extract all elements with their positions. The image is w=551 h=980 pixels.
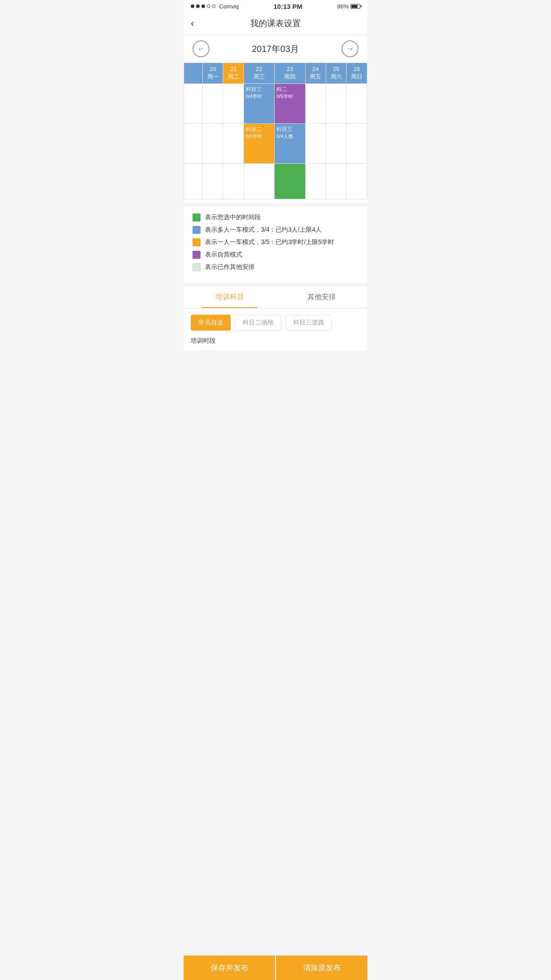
header-day-wed: 周三 [245,73,273,81]
filter-row: 学员自选 科目二场地 科目三道路 [184,308,367,337]
legend-item-orange: 表示一人一车模式，3/5：已约3学时/上限5学时 [193,238,358,246]
battery-percent: 86% [337,3,349,10]
header-empty [184,63,203,84]
morning-mon[interactable] [203,83,223,123]
afternoon-label: 下午 [184,123,203,163]
morning-label: 上午 [184,83,203,123]
legend-text-blue: 表示多人一车模式，3/4：已约3人/上限4人 [205,226,322,234]
morning-wed[interactable]: 科目三 0/4学时 [244,83,274,123]
header-day-thu: 周四 [276,73,304,81]
afternoon-row: 下午 科目二 0/5学时 科目三 0/4人数 [184,123,367,163]
page-title: 我的课表设置 [250,18,301,29]
header-date-24: 24 [307,66,325,73]
header-mon: 20 周一 [203,63,223,84]
afternoon-sat[interactable] [326,123,346,163]
carrier-label: Comviq [219,3,239,10]
evening-fri[interactable] [305,163,326,199]
evening-sat[interactable] [326,163,346,199]
header-date-22: 22 [245,66,273,73]
signal-dot-3 [201,4,205,8]
morning-wed-info: 0/4学时 [246,93,272,100]
header-date-21: 21 [224,66,242,73]
evening-thu[interactable] [275,163,305,199]
header-date-23: 23 [276,66,304,73]
afternoon-wed[interactable]: 科目二 0/5学时 [244,123,274,163]
evening-tue[interactable] [223,163,244,199]
legend-item-purple: 表示自营模式 [193,251,358,259]
header-date-20: 20 [204,66,222,73]
signal-indicator: Comviq [191,3,239,10]
next-month-button[interactable]: → [342,40,358,57]
morning-thu-subj: 科二 [276,86,303,93]
time-label: 10:13 PM [274,3,303,10]
status-bar: Comviq 10:13 PM 86% [184,0,367,12]
afternoon-tue[interactable] [223,123,244,163]
morning-thu-info: 0/5学时 [276,93,303,100]
signal-dot-4 [207,4,210,8]
calendar-section: ← 2017年03月 → 20 周一 21 周二 22 周三 23 周四 [184,35,367,203]
morning-sun[interactable] [346,83,367,123]
morning-tue[interactable] [223,83,244,123]
header-thu: 23 周四 [275,63,305,84]
evening-wed[interactable] [244,163,274,199]
morning-thu[interactable]: 科二 0/5学时 [275,83,305,123]
afternoon-fri[interactable] [305,123,326,163]
bottom-spacer [184,354,367,380]
afternoon-wed-info: 0/5学时 [246,133,272,140]
header-sat: 25 周六 [326,63,346,84]
evening-label: 晚 [184,163,203,199]
signal-dot-5 [212,4,216,8]
filter-subject3-road[interactable]: 科目三道路 [286,315,332,331]
filter-subject2-venue[interactable]: 科目二场地 [235,315,281,331]
afternoon-thu[interactable]: 科目三 0/4人数 [275,123,305,163]
signal-dot-1 [191,4,194,8]
morning-thu-content: 科二 0/5学时 [276,86,303,100]
legend-color-light [193,263,201,271]
tab-training[interactable]: 培训科目 [184,286,276,308]
legend-text-orange: 表示一人一车模式，3/5：已约3学时/上限5学时 [205,238,334,246]
legend-color-purple [193,251,201,259]
afternoon-wed-content: 科目二 0/5学时 [246,126,272,140]
morning-wed-subj: 科目三 [246,86,272,93]
afternoon-mon[interactable] [203,123,223,163]
battery-area: 86% [337,3,360,10]
legend-color-orange [193,238,201,246]
evening-row: 晚 [184,163,367,199]
morning-fri[interactable] [305,83,326,123]
back-button[interactable]: ‹ [191,18,194,29]
evening-sun[interactable] [346,163,367,199]
afternoon-sun[interactable] [346,123,367,163]
legend-text-green: 表示您选中的时间段 [205,213,261,221]
header-day-tue: 周二 [224,73,242,81]
signal-dot-2 [196,4,200,8]
legend-item-blue: 表示多人一车模式，3/4：已约3人/上限4人 [193,226,358,234]
afternoon-thu-subj: 科目三 [276,126,303,133]
afternoon-thu-info: 0/4人数 [276,133,303,140]
header-day-sun: 周日 [347,73,366,81]
section-label: 培训时段 [184,337,367,350]
morning-row: 上午 科目三 0/4学时 科二 0/5学时 [184,83,367,123]
header-day-mon: 周一 [204,73,222,81]
header-date-26: 26 [347,66,366,73]
header-day-sat: 周六 [327,73,345,81]
prev-month-button[interactable]: ← [193,40,209,57]
header-wed: 22 周三 [244,63,274,84]
legend-color-green [193,213,201,221]
legend-color-blue [193,226,201,234]
legend-section: 表示您选中的时间段 表示多人一车模式，3/4：已约3人/上限4人 表示一人一车模… [184,206,367,283]
month-nav: ← 2017年03月 → [184,35,367,63]
filter-student-choice[interactable]: 学员自选 [191,315,231,331]
battery-icon [350,4,360,9]
legend-text-purple: 表示自营模式 [205,251,242,259]
header-tue: 21 周二 [223,63,244,84]
morning-sat[interactable] [326,83,346,123]
tab-other[interactable]: 其他安排 [276,286,367,308]
legend-item-green: 表示您选中的时间段 [193,213,358,221]
header-fri: 24 周五 [305,63,326,84]
tabs-section: 培训科目 其他安排 学员自选 科目二场地 科目三道路 培训时段 [184,286,367,350]
legend-text-light: 表示已作其他安排 [205,263,255,271]
afternoon-thu-content: 科目三 0/4人数 [276,126,303,140]
header-sun: 26 周日 [346,63,367,84]
evening-mon[interactable] [203,163,223,199]
header-date-25: 25 [327,66,345,73]
